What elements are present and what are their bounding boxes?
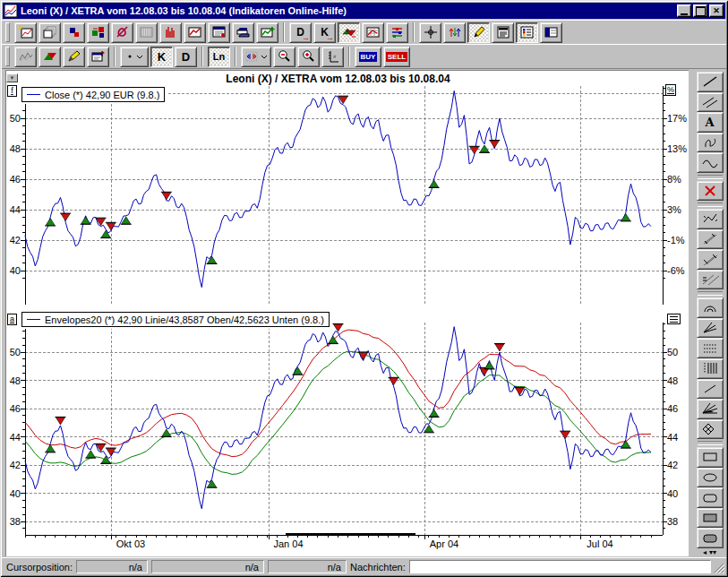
candle-k-label: K (158, 50, 166, 64)
indicator-lines-button[interactable] (386, 22, 408, 43)
svg-text:44: 44 (667, 432, 678, 443)
scroll-arrows-button[interactable] (241, 47, 271, 67)
vertical-grid-tool-button[interactable] (697, 358, 724, 379)
arithmetic-axis-button[interactable]: a (7, 314, 17, 325)
toolbar-separator (698, 175, 723, 179)
portfolio-small-button[interactable] (63, 22, 85, 43)
svg-text:8%: 8% (667, 174, 681, 185)
candle-k-button[interactable]: K (150, 47, 173, 67)
maximize-button[interactable] (693, 4, 707, 17)
indicator-remove-button[interactable] (111, 22, 133, 43)
zoom-out-icon (277, 49, 293, 64)
fibonacci-tool-button[interactable] (697, 338, 724, 358)
axis-scale-button[interactable] (321, 47, 344, 67)
trendline-icon (701, 382, 719, 396)
toolbar-separator (283, 22, 285, 42)
envelope-legend[interactable]: Envelopes20 (*) 42,90 Linie/43,8587 Oben… (21, 312, 330, 327)
filled-rectangle-tool-button[interactable] (697, 508, 724, 529)
text-tool-button[interactable]: A (697, 112, 724, 133)
copy-chart-button[interactable] (39, 22, 61, 43)
volume-bars-button[interactable] (159, 22, 182, 43)
cursor-date-field: n/a (151, 560, 264, 573)
chart-window-button[interactable] (184, 22, 206, 43)
signal-mode-button[interactable] (39, 47, 61, 67)
chart-grid-button[interactable] (362, 22, 384, 43)
line-tool-button[interactable] (697, 72, 724, 92)
error-channel-tool-button[interactable] (697, 249, 724, 270)
toolbar-drag-handle[interactable] (5, 47, 10, 66)
arc-tool-button[interactable] (697, 297, 724, 318)
gann-grid-tool-button[interactable] (697, 419, 724, 440)
candle-d-button[interactable]: D (175, 47, 197, 67)
chart-properties-button[interactable] (87, 47, 109, 67)
portfolio-transfer-button[interactable] (87, 22, 109, 43)
crosshair-button[interactable] (419, 22, 441, 43)
legend-settings-button[interactable] (516, 22, 538, 43)
price-chart[interactable]: 5017%4813%468%443%42-1%40-6% (5, 84, 688, 308)
svg-text:42: 42 (10, 235, 21, 245)
close-button[interactable]: ✕ (709, 4, 724, 17)
svg-text:46: 46 (10, 174, 21, 185)
wave-tool-button[interactable] (697, 152, 724, 173)
title-bar[interactable]: Leoni (X) / XETRA vom 12.08.03 bis 10.08… (3, 3, 725, 19)
day-period-button[interactable]: D→ (289, 22, 312, 43)
news-window-button[interactable] (208, 22, 230, 43)
zoom-out-button[interactable] (273, 47, 295, 67)
raff-channel-tool-button[interactable] (697, 270, 724, 290)
regression-tool-button[interactable] (697, 229, 724, 250)
buy-order-button[interactable]: BUY (355, 47, 381, 67)
rectangle-tool-button[interactable] (697, 447, 724, 468)
speed-lines-tool-button[interactable] (697, 399, 724, 419)
window-layout-button[interactable] (540, 22, 562, 43)
draw-highlight-button[interactable] (63, 47, 85, 67)
filled-rounded-rectangle-tool-button[interactable] (697, 528, 724, 548)
draw-mode-button[interactable] (467, 22, 490, 43)
svg-text:Okt 03: Okt 03 (116, 538, 145, 549)
cursor-value-field: n/a (268, 560, 347, 573)
signal-triangles-button[interactable] (338, 22, 360, 43)
filled-rounded-rectangle-icon (701, 531, 719, 546)
new-chart-button[interactable] (14, 22, 37, 43)
toolbar-separator (698, 202, 723, 207)
rounded-rectangle-tool-button[interactable] (697, 487, 724, 508)
svg-text:46: 46 (10, 403, 21, 414)
scroll-down-icon[interactable]: ▾▾ (709, 549, 716, 556)
portfolio-transfer-icon (90, 25, 107, 39)
quote-board-button[interactable] (135, 22, 158, 43)
trend-channel-tool-button[interactable] (697, 209, 724, 229)
raff-channel-icon (701, 272, 719, 287)
sell-order-button[interactable]: SELL (383, 47, 410, 67)
indicator-list-button[interactable] (667, 314, 681, 324)
error-channel-icon (701, 253, 719, 267)
percent-axis-button[interactable]: % (665, 84, 676, 96)
curve-tool-button[interactable] (697, 133, 724, 153)
protocol-notes-button[interactable] (492, 22, 514, 43)
week-period-button[interactable]: K→ (313, 22, 336, 43)
parallel-lines-tool-button[interactable] (697, 92, 724, 113)
scroll-left-icon[interactable]: ◂ (703, 549, 707, 556)
line-style-button[interactable] (120, 47, 149, 67)
pane-collapse-button[interactable]: ▼ (6, 73, 18, 82)
chart-panel[interactable]: Leoni (X) / XETRA vom 12.08.03 bis 10.08… (5, 70, 689, 556)
frequency-axis-button[interactable]: f (7, 85, 17, 97)
trend-arrows-button[interactable] (443, 22, 466, 43)
sketch-mode-button[interactable] (14, 47, 37, 67)
ellipse-tool-button[interactable] (697, 468, 724, 488)
resize-grip[interactable] (714, 563, 724, 573)
toolbar-drag-handle[interactable] (5, 22, 10, 42)
indicator-remove-icon (115, 25, 131, 39)
delete-drawing-button[interactable] (697, 181, 724, 202)
candle-d-label: D (182, 50, 190, 64)
fan-lines-tool-button[interactable] (697, 318, 724, 339)
close-icon: ✕ (713, 6, 720, 15)
minimize-button[interactable] (677, 4, 691, 17)
price-legend[interactable]: Close (*) 42,90 EUR (9.8.) (21, 87, 165, 102)
trendline-tool-button[interactable] (697, 379, 724, 400)
svg-text:48: 48 (10, 143, 21, 154)
zoom-in-button[interactable] (297, 47, 320, 67)
log-scale-button[interactable]: Ln (208, 47, 230, 67)
portfolio-cards-button[interactable] (232, 22, 254, 43)
chart-add-button[interactable] (256, 22, 278, 43)
envelope-chart[interactable]: 5050484846464444424240403838Okt 03Jan 04… (5, 319, 688, 555)
svg-text:40: 40 (10, 488, 21, 499)
